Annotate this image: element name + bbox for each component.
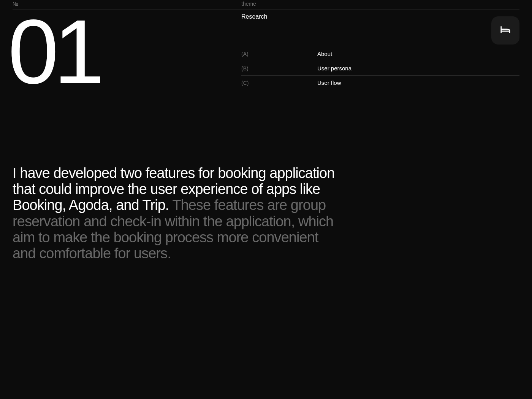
toc-row: (A) About <box>241 47 519 61</box>
theme-title: Research <box>241 10 519 47</box>
bed-icon <box>500 24 511 37</box>
toc-list: (A) About (B) User persona (C) User flow <box>241 47 519 90</box>
body-paragraph: I have developed two features for bookin… <box>13 165 343 261</box>
toc-key: (B) <box>241 65 317 72</box>
page-root: № theme 01 Research (A) About (B) User p… <box>0 0 532 399</box>
toc-row: (C) User flow <box>241 76 519 90</box>
toc-key: (C) <box>241 80 317 86</box>
theme-icon-tile <box>491 16 519 45</box>
toc-label: User flow <box>317 79 341 86</box>
toc-label: About <box>317 51 332 57</box>
toc-label: User persona <box>317 65 352 72</box>
toc-row: (B) User persona <box>241 61 519 76</box>
section-number: 01 <box>8 14 241 89</box>
toc-key: (A) <box>241 51 317 57</box>
theme-header-label: theme <box>241 0 519 7</box>
